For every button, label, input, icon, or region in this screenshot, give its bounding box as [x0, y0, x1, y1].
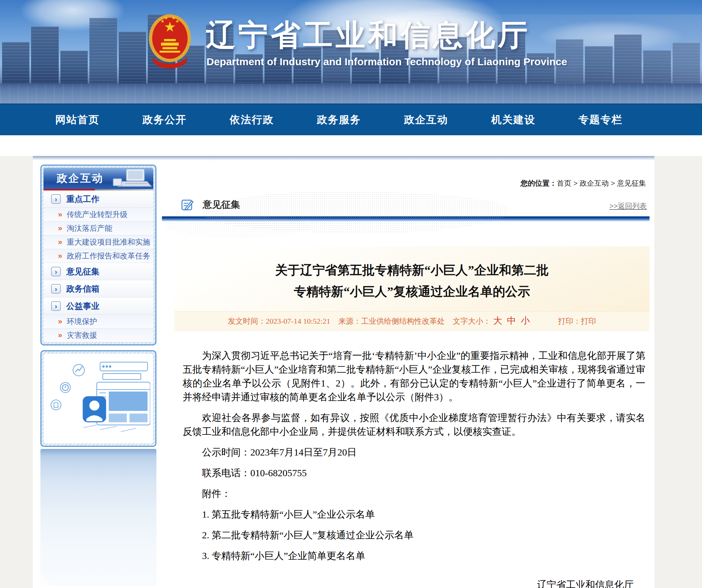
- fontsize-control: 文字大小：大中小: [453, 317, 532, 325]
- sidebar-menu-item[interactable]: › 公益事业: [44, 297, 153, 315]
- article-paragraph: 为深入贯彻习近平总书记关于“培育一批‘专精特新’中小企业”的重要指示精神，工业和…: [183, 349, 645, 404]
- bullet-icon: »: [58, 238, 62, 246]
- sidebar-menu-label: 传统产业转型升级: [67, 209, 127, 220]
- bullet-icon: »: [58, 225, 62, 232]
- sidebar-menu-item[interactable]: › 重点工作: [44, 190, 153, 208]
- sidebar-menu-item[interactable]: » 重大建设项目批准和实施: [44, 235, 153, 249]
- bullet-icon: ›: [51, 301, 61, 311]
- sidebar-menu-item[interactable]: » 灾害救援: [44, 329, 153, 342]
- article-meta-bar: 发文时间：2023-07-14 10:52:21 来源：工业供给侧结构性改革处 …: [174, 311, 650, 331]
- content-wrapper: 政企互动: [33, 156, 654, 588]
- sidebar-menu-label: 重大建设项目批准和实施: [67, 237, 150, 247]
- nav-item[interactable]: 政务服务: [317, 113, 361, 127]
- spacer: [0, 135, 702, 156]
- section-tab-label: 意见征集: [203, 198, 240, 211]
- breadcrumb: 您的位置：首页>政企互动>意见征集: [162, 165, 650, 188]
- bullet-icon: »: [58, 332, 62, 339]
- nav-item[interactable]: 机关建设: [491, 113, 536, 127]
- article-paragraph: 附件：: [183, 487, 645, 501]
- breadcrumb-separator: >: [611, 179, 615, 187]
- publish-time: 发文时间：2023-07-14 10:52:21: [228, 317, 330, 325]
- sidebar-menu-label: 公益事业: [66, 301, 99, 312]
- site-subtitle: Department of Industry and Information T…: [206, 56, 567, 68]
- article-paragraph: 欢迎社会各界参与监督，如有异议，按照《优质中小企业梯度培育管理暂行办法》中有关要…: [183, 411, 645, 439]
- sidebar-menu-label: 意见征集: [66, 266, 99, 277]
- bullet-icon: »: [58, 318, 62, 325]
- section-tab: 意见征集: [181, 198, 240, 211]
- article-title-line1: 关于辽宁省第五批专精特新“小巨人”企业和第二批: [190, 259, 634, 281]
- site-banner: 辽宁省工业和信息化厅 Department of Industry and In…: [0, 0, 702, 104]
- print-link[interactable]: 打印: [581, 317, 596, 325]
- computer-icon: [111, 168, 153, 188]
- breadcrumb-link[interactable]: 意见征集: [617, 179, 646, 187]
- main-nav: 网站首页 政务公开 依法行政 政务服务 政企互动 机关建设 专题专栏: [0, 104, 702, 135]
- nav-item[interactable]: 政企互动: [404, 113, 448, 127]
- sidebar-menu-panel: 政企互动: [40, 165, 156, 345]
- sidebar-menu-item[interactable]: » 环境保护: [44, 315, 153, 329]
- bullet-icon: ›: [51, 267, 61, 276]
- decor-top-bar: [40, 449, 156, 455]
- article-source: 来源：工业供给侧结构性改革处: [338, 317, 445, 325]
- breadcrumb-link[interactable]: 首页: [557, 179, 571, 187]
- water-reflection: [0, 84, 702, 104]
- article-title-line2: 专精特新“小巨人”复核通过企业名单的公示: [190, 281, 634, 302]
- print-control: 打印：打印: [558, 317, 596, 325]
- site-title: 辽宁省工业和信息化厅: [206, 15, 530, 56]
- nav-item[interactable]: 依法行政: [230, 113, 274, 127]
- section-header: 意见征集 >>返回列表: [162, 188, 650, 216]
- nav-item[interactable]: 专题专栏: [578, 113, 623, 127]
- sidebar-menu-item[interactable]: » 淘汰落后产能: [44, 222, 153, 235]
- sidebar-illustration-panel: [40, 350, 156, 447]
- page-body: 政企互动: [0, 156, 702, 588]
- sidebar-menu-label: 环境保护: [67, 316, 97, 327]
- sidebar-decor-panel: [40, 449, 156, 586]
- sidebar-header-title: 政企互动: [57, 171, 104, 186]
- article-paragraph: 联系电话：010-68205755: [183, 466, 645, 480]
- main-content: 您的位置：首页>政企互动>意见征集 意见征集 >>返回: [162, 165, 650, 588]
- bullet-icon: »: [58, 252, 62, 260]
- article-title-block: 关于辽宁省第五批专精特新“小巨人”企业和第二批 专精特新“小巨人”复核通过企业名…: [174, 246, 650, 311]
- breadcrumb-prefix: 您的位置：: [520, 179, 557, 187]
- article-paragraph: 公示时间：2023年7月14日至7月20日: [183, 445, 645, 459]
- breadcrumb-link[interactable]: 政企互动: [580, 179, 609, 187]
- sidebar: 政企互动: [40, 165, 156, 588]
- bullet-icon: ›: [51, 284, 61, 294]
- service-illustration: [47, 355, 150, 442]
- sidebar-menu-item[interactable]: » 政府工作报告和改革任务: [44, 249, 153, 263]
- article-paragraph: 1. 第五批专精特新“小巨人”企业公示名单: [183, 508, 645, 521]
- divider-bar: [162, 216, 650, 222]
- sidebar-header: 政企互动: [44, 168, 153, 189]
- bullet-icon: »: [58, 211, 62, 218]
- back-to-list-link[interactable]: >>返回列表: [609, 201, 647, 211]
- article-paragraph: 2. 第二批专精特新“小巨人”复核通过企业公示名单: [183, 528, 645, 542]
- article-body: 为深入贯彻习近平总书记关于“培育一批‘专精特新’中小企业”的重要指示精神，工业和…: [174, 349, 650, 563]
- fontsize-small-button[interactable]: 小: [521, 316, 530, 326]
- sidebar-menu-label: 重点工作: [66, 194, 99, 205]
- sidebar-menu: › 重点工作 » 传统产业转型升级 »: [44, 190, 153, 342]
- article: 关于辽宁省第五批专精特新“小巨人”企业和第二批 专精特新“小巨人”复核通过企业名…: [162, 246, 650, 588]
- nav-item[interactable]: 网站首页: [55, 113, 99, 127]
- sidebar-menu-item[interactable]: » 传统产业转型升级: [44, 208, 153, 222]
- top-gradient-strip: [33, 156, 654, 160]
- sidebar-menu-item[interactable]: › 意见征集: [44, 263, 153, 280]
- sidebar-menu-item[interactable]: › 政务信箱: [44, 280, 153, 297]
- sidebar-menu-label: 淘汰落后产能: [67, 223, 112, 234]
- article-paragraph: 3. 专精特新“小巨人”企业简单更名名单: [183, 549, 645, 563]
- sidebar-menu-label: 政务信箱: [66, 283, 99, 294]
- page: 辽宁省工业和信息化厅 Department of Industry and In…: [0, 0, 702, 588]
- breadcrumb-separator: >: [573, 179, 577, 187]
- article-signature: 辽宁省工业和信息化厅: [174, 578, 650, 588]
- fontsize-large-button[interactable]: 大: [493, 316, 502, 326]
- sidebar-menu-label: 灾害救援: [67, 330, 97, 341]
- fontsize-medium-button[interactable]: 中: [507, 316, 516, 326]
- nav-item[interactable]: 政务公开: [143, 113, 187, 127]
- edit-pencil-icon: [181, 199, 194, 210]
- bullet-icon: ›: [51, 194, 61, 204]
- national-emblem-icon: [148, 12, 192, 72]
- header-underline: [44, 189, 153, 190]
- sidebar-menu-label: 政府工作报告和改革任务: [67, 251, 150, 261]
